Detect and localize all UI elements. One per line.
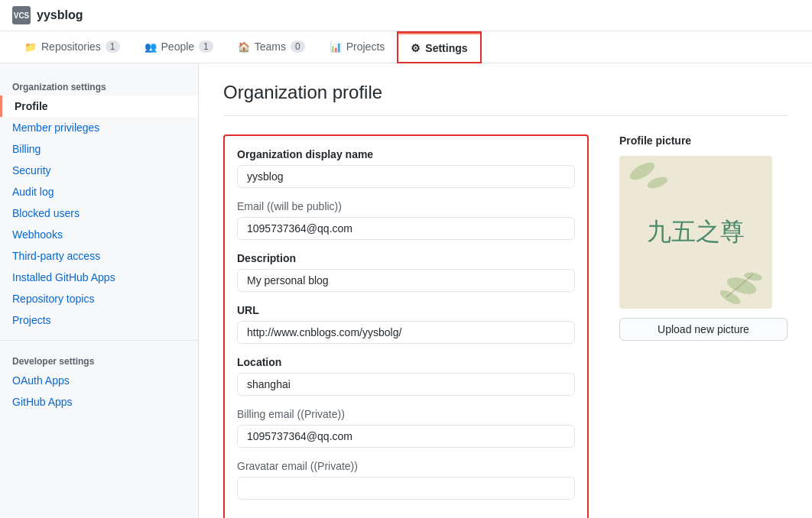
gravatar-email-group: Gravatar email ((Private)) (237, 460, 575, 500)
tab-people-label: People (161, 40, 195, 53)
display-name-group: Organization display name (237, 148, 575, 188)
location-label: Location (237, 356, 575, 368)
tab-repositories-badge: 1 (106, 40, 120, 53)
tab-repositories-label: Repositories (41, 40, 101, 53)
sidebar-item-third-party-access[interactable]: Third-party access (0, 245, 198, 267)
page-title: Organization profile (223, 82, 788, 116)
gravatar-email-input[interactable] (237, 477, 575, 500)
sidebar-dev-section-title: Developer settings (0, 350, 198, 370)
top-bar: VCS yysblog (0, 0, 812, 31)
sidebar-item-repository-topics[interactable]: Repository topics (0, 288, 198, 309)
sidebar: Organization settings Profile Member pri… (0, 63, 199, 518)
teams-icon: 🏠 (238, 41, 250, 53)
display-name-input[interactable] (237, 165, 575, 188)
tab-projects-label: Projects (346, 40, 385, 53)
url-label: URL (237, 304, 575, 316)
sidebar-item-webhooks[interactable]: Webhooks (0, 224, 198, 245)
tab-teams-badge: 0 (291, 40, 305, 53)
tab-projects[interactable]: 📊 Projects (317, 31, 398, 63)
profile-picture-box: 九五之尊 (619, 156, 772, 309)
sidebar-org-section-title: Organization settings (0, 76, 198, 96)
sidebar-item-github-apps[interactable]: GitHub Apps (0, 391, 198, 413)
main-layout: Organization settings Profile Member pri… (0, 63, 812, 518)
upload-picture-button[interactable]: Upload new picture (619, 318, 788, 341)
tab-people-badge: 1 (199, 40, 213, 53)
gear-icon: ⚙ (411, 42, 421, 54)
org-logo: VCS (12, 6, 31, 24)
sidebar-item-oauth-apps[interactable]: OAuth Apps (0, 370, 198, 391)
repo-icon: 📁 (24, 41, 37, 53)
description-input[interactable] (237, 269, 575, 292)
sidebar-item-billing[interactable]: Billing (0, 138, 198, 160)
tab-settings-label: Settings (425, 42, 467, 54)
email-group: Email ((will be public)) (237, 200, 575, 240)
settings-tab-wrapper: ⚙ Settings (397, 31, 481, 63)
billing-email-input[interactable] (237, 425, 575, 448)
url-group: URL (237, 304, 575, 344)
location-input[interactable] (237, 373, 575, 396)
billing-email-label: Billing email ((Private)) (237, 408, 575, 420)
logo-text: VCS (14, 11, 30, 20)
sidebar-item-installed-github-apps[interactable]: Installed GitHub Apps (0, 267, 198, 288)
description-label: Description (237, 252, 575, 264)
billing-email-group: Billing email ((Private)) (237, 408, 575, 448)
gravatar-email-label: Gravatar email ((Private)) (237, 460, 575, 472)
two-col-layout: Organization display name Email ((will b… (223, 134, 788, 518)
profile-picture-section: Profile picture (619, 134, 788, 341)
sidebar-item-blocked-users[interactable]: Blocked users (0, 202, 198, 224)
profile-picture-label: Profile picture (619, 134, 788, 147)
sidebar-item-audit-log[interactable]: Audit log (0, 181, 198, 202)
sidebar-divider (0, 340, 198, 341)
sidebar-item-projects[interactable]: Projects (0, 309, 198, 331)
content-area: Organization profile Organization displa… (199, 63, 812, 518)
sidebar-item-security[interactable]: Security (0, 160, 198, 181)
url-input[interactable] (237, 321, 575, 344)
email-label: Email ((will be public)) (237, 200, 575, 212)
tab-nav: 📁 Repositories 1 👥 People 1 🏠 Teams 0 📊 … (0, 31, 812, 63)
display-name-label: Organization display name (237, 148, 575, 160)
org-profile-form: Organization display name Email ((will b… (223, 134, 589, 518)
tab-people[interactable]: 👥 People 1 (132, 31, 226, 63)
org-name: yysblog (37, 8, 83, 22)
projects-icon: 📊 (330, 41, 342, 53)
location-group: Location (237, 356, 575, 396)
sidebar-item-profile[interactable]: Profile (0, 96, 198, 117)
tab-teams[interactable]: 🏠 Teams 0 (226, 31, 317, 63)
description-group: Description (237, 252, 575, 292)
tab-teams-label: Teams (255, 40, 286, 53)
people-icon: 👥 (145, 41, 157, 53)
tab-repositories[interactable]: 📁 Repositories 1 (12, 31, 132, 63)
profile-picture-text: 九五之尊 (647, 215, 745, 249)
sidebar-item-member-privileges[interactable]: Member privileges (0, 117, 198, 138)
tab-settings[interactable]: ⚙ Settings (398, 33, 479, 62)
email-input[interactable] (237, 217, 575, 240)
